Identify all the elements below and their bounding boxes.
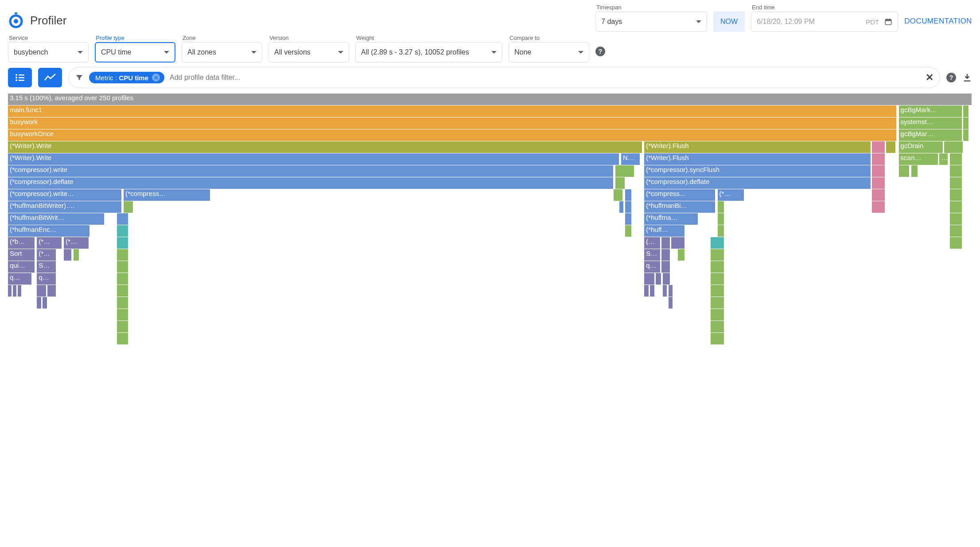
flame-cell[interactable]: q… xyxy=(37,273,56,285)
flame-graph[interactable]: 3.15 s (100%), averaged over 250 profile… xyxy=(0,93,980,346)
flame-cell[interactable] xyxy=(117,213,128,225)
flame-cell[interactable] xyxy=(872,141,885,153)
flame-cell[interactable] xyxy=(43,297,47,309)
flame-cell[interactable]: (*compress… xyxy=(124,189,210,201)
flame-cell[interactable]: q… xyxy=(8,273,32,285)
flame-cell[interactable] xyxy=(711,285,724,297)
flame-cell[interactable] xyxy=(8,285,12,297)
flame-cell[interactable] xyxy=(963,105,969,117)
flame-cell[interactable]: (*… xyxy=(64,237,89,249)
flame-cell[interactable] xyxy=(124,201,133,213)
flame-cell[interactable]: S… xyxy=(644,249,661,261)
flame-cell[interactable]: (*compressor).deflate xyxy=(644,177,871,189)
flame-cell[interactable] xyxy=(872,153,885,165)
flame-cell[interactable] xyxy=(711,261,724,273)
flame-cell[interactable]: (*huffmanBitWrit… xyxy=(8,213,105,225)
flame-cell[interactable] xyxy=(615,177,625,189)
flame-cell[interactable]: N… xyxy=(621,153,641,165)
flame-cell[interactable]: gcDrain xyxy=(899,141,943,153)
help-icon[interactable]: ? xyxy=(595,47,605,56)
clear-filter-icon[interactable]: ✕ xyxy=(926,72,933,83)
flame-cell[interactable]: 3.15 s (100%), averaged over 250 profile… xyxy=(8,94,972,105)
flame-cell[interactable] xyxy=(625,189,632,201)
flame-cell[interactable] xyxy=(711,237,724,249)
flame-cell[interactable] xyxy=(117,249,128,261)
flame-cell[interactable]: (*compress… xyxy=(644,189,716,201)
flame-cell[interactable]: systemst… xyxy=(899,117,963,129)
flame-cell[interactable]: scan… xyxy=(899,153,938,165)
flame-cell[interactable]: (*huff… xyxy=(644,225,684,237)
flame-cell[interactable] xyxy=(656,273,661,285)
flame-cell[interactable] xyxy=(625,225,632,237)
flame-cell[interactable] xyxy=(872,189,885,201)
flame-cell[interactable] xyxy=(117,333,128,344)
flame-cell[interactable]: Sort xyxy=(8,249,35,261)
flame-cell[interactable]: (*Writer).Flush xyxy=(644,153,871,165)
compare-select[interactable]: None xyxy=(509,42,589,63)
now-button[interactable]: NOW xyxy=(713,12,745,32)
flame-cell[interactable] xyxy=(661,249,670,261)
flame-cell[interactable] xyxy=(718,225,724,237)
flame-cell[interactable]: (*huffmanBitWriter)…. xyxy=(8,201,122,213)
flame-cell[interactable] xyxy=(117,273,128,285)
flame-cell[interactable] xyxy=(117,297,128,309)
flame-cell[interactable]: (*compressor).deflate xyxy=(8,177,614,189)
flame-cell[interactable] xyxy=(872,165,885,177)
flame-cell[interactable] xyxy=(37,285,47,297)
flame-cell[interactable]: (*compressor).write xyxy=(8,165,614,177)
flame-cell[interactable] xyxy=(944,141,964,153)
filter-input[interactable] xyxy=(170,74,920,82)
flame-cell[interactable] xyxy=(650,285,655,297)
flame-cell[interactable]: gcBgMar… xyxy=(899,129,963,141)
flame-cell[interactable]: (… xyxy=(644,237,661,249)
weight-select[interactable]: All (2.89 s - 3.27 s), 10052 profiles xyxy=(355,42,502,63)
flame-cell[interactable] xyxy=(663,285,668,297)
endtime-input[interactable]: 6/18/20, 12:09 PM PDT xyxy=(751,12,898,32)
flame-cell[interactable]: qui… xyxy=(8,261,35,273)
flame-cell[interactable]: (*huffma… xyxy=(644,213,698,225)
flame-cell[interactable] xyxy=(950,165,962,177)
flame-cell[interactable] xyxy=(711,297,724,309)
download-icon[interactable] xyxy=(962,73,972,82)
flame-cell[interactable] xyxy=(117,321,128,332)
flame-cell[interactable] xyxy=(678,249,684,261)
version-select[interactable]: All versions xyxy=(268,42,349,63)
flame-cell[interactable]: busywork xyxy=(8,117,897,129)
flame-cell[interactable]: … xyxy=(939,153,948,165)
flame-cell[interactable] xyxy=(661,261,670,273)
flame-cell[interactable] xyxy=(117,237,128,249)
flame-cell[interactable] xyxy=(644,285,649,297)
flame-cell[interactable] xyxy=(711,321,724,332)
zone-select[interactable]: All zones xyxy=(182,42,262,63)
filter-icon[interactable] xyxy=(75,73,84,82)
flame-cell[interactable] xyxy=(117,225,128,237)
list-view-button[interactable] xyxy=(8,68,32,87)
flame-cell[interactable] xyxy=(950,177,962,189)
flame-cell[interactable]: gcBgMark… xyxy=(899,105,963,117)
flame-cell[interactable]: (*huffmanEnc… xyxy=(8,225,90,237)
flame-cell[interactable]: (*Writer).Write xyxy=(8,153,619,165)
flame-cell[interactable] xyxy=(711,249,724,261)
flame-cell[interactable] xyxy=(18,285,22,297)
flame-cell[interactable]: (*Writer).Write xyxy=(8,141,642,153)
flame-cell[interactable] xyxy=(625,213,632,225)
flame-cell[interactable] xyxy=(950,237,962,249)
flame-cell[interactable] xyxy=(619,201,624,213)
timespan-select[interactable]: 7 days xyxy=(595,12,707,32)
flame-cell[interactable] xyxy=(950,201,962,213)
profiletype-select[interactable]: CPU time xyxy=(95,42,175,63)
history-view-button[interactable] xyxy=(38,68,62,87)
flame-cell[interactable] xyxy=(711,333,724,344)
flame-cell[interactable] xyxy=(950,213,962,225)
documentation-link[interactable]: DOCUMENTATION xyxy=(904,17,972,26)
flame-cell[interactable] xyxy=(614,189,623,201)
flame-cell[interactable] xyxy=(13,285,17,297)
flame-cell[interactable] xyxy=(615,165,635,177)
flame-cell[interactable] xyxy=(711,309,724,320)
flame-cell[interactable]: busyworkOnce xyxy=(8,129,897,141)
flame-cell[interactable] xyxy=(117,261,128,273)
flame-cell[interactable] xyxy=(872,201,885,213)
flame-cell[interactable]: (*b… xyxy=(8,237,35,249)
flame-cell[interactable] xyxy=(117,285,128,297)
flame-cell[interactable] xyxy=(117,309,128,320)
